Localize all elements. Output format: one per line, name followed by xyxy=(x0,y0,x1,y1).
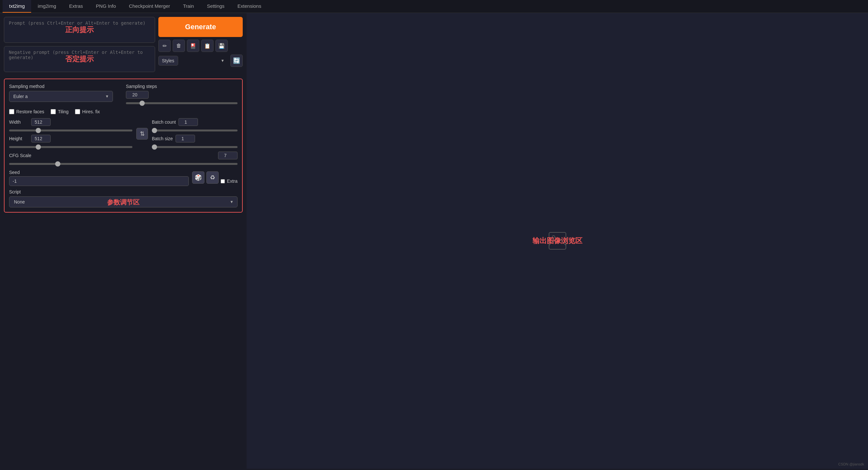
tab-settings[interactable]: Settings xyxy=(200,0,231,13)
trash-icon: 🗑 xyxy=(176,43,181,49)
tiling-checkbox[interactable]: Tiling xyxy=(51,109,68,114)
script-row: Script None xyxy=(9,189,238,207)
magic-icon: 🎴 xyxy=(190,43,196,49)
tab-png-info[interactable]: PNG Info xyxy=(90,0,123,13)
cfg-slider-row: CFG Scale xyxy=(9,152,238,159)
seed-label: Seed xyxy=(9,170,189,175)
params-box: Sampling method Euler a Sampling steps xyxy=(4,79,243,213)
extra-input[interactable] xyxy=(221,179,225,183)
sampling-steps-value[interactable] xyxy=(126,91,149,99)
sampling-method-select-wrapper: Euler a xyxy=(9,91,113,102)
height-label: Height xyxy=(9,136,29,141)
main-content: 正向提示 否定提示 Generate ✏ 🗑 xyxy=(0,13,868,469)
styles-select-wrapper: Styles xyxy=(158,56,228,65)
left-panel: 正向提示 否定提示 Generate ✏ 🗑 xyxy=(0,13,247,469)
toolbar-row: ✏ 🗑 🎴 📋 💾 xyxy=(158,39,243,52)
height-slider-row: Height xyxy=(9,135,132,143)
script-select-wrapper: None xyxy=(9,196,238,207)
tab-img2img[interactable]: img2img xyxy=(31,0,63,13)
sampling-steps-col: Sampling steps xyxy=(126,84,238,105)
cfg-row: CFG Scale xyxy=(9,152,238,166)
seed-input[interactable] xyxy=(9,176,189,186)
sampling-method-select[interactable]: Euler a xyxy=(9,91,113,102)
tab-bar: txt2img img2img Extras PNG Info Checkpoi… xyxy=(0,0,868,13)
restore-faces-checkbox[interactable]: Restore faces xyxy=(9,109,44,114)
tab-extensions[interactable]: Extensions xyxy=(231,0,268,13)
actions-col: Generate ✏ 🗑 🎴 📋 💾 xyxy=(158,17,243,72)
batch-col: Batch count Batch size xyxy=(152,118,238,149)
cfg-scale-slider[interactable] xyxy=(9,163,238,165)
batch-size-value[interactable] xyxy=(176,135,195,143)
sampling-steps-slider[interactable] xyxy=(126,102,238,104)
prompts-col: 正向提示 否定提示 xyxy=(4,17,155,72)
tab-train[interactable]: Train xyxy=(177,0,200,13)
hires-fix-label: Hires. fix xyxy=(82,109,100,114)
extra-checkbox[interactable]: Extra xyxy=(221,178,238,184)
negative-prompt-input[interactable] xyxy=(9,50,150,67)
batch-size-slider-row: Batch size xyxy=(152,135,238,143)
width-slider[interactable] xyxy=(9,129,132,131)
swap-btn-col: ⇅ xyxy=(136,118,149,140)
checkboxes-row: Restore faces Tiling Hires. fix xyxy=(9,109,238,114)
tab-extras[interactable]: Extras xyxy=(63,0,90,13)
refresh-icon: 🔄 xyxy=(233,57,240,64)
tab-txt2img[interactable]: txt2img xyxy=(3,0,31,13)
top-prompt-area: 正向提示 否定提示 Generate ✏ 🗑 xyxy=(4,17,243,72)
script-select[interactable]: None xyxy=(9,196,238,207)
seed-recycle-button[interactable]: ♻ xyxy=(206,171,219,184)
swap-icon: ⇅ xyxy=(140,130,145,137)
height-value[interactable] xyxy=(31,135,51,143)
tab-checkpoint-merger[interactable]: Checkpoint Merger xyxy=(122,0,177,13)
extra-label: Extra xyxy=(227,178,238,184)
batch-size-slider[interactable] xyxy=(152,146,238,148)
seed-col: Seed xyxy=(9,170,189,186)
styles-select[interactable]: Styles xyxy=(158,56,178,65)
styles-row: Styles 🔄 xyxy=(158,55,243,67)
negative-prompt-box: 否定提示 xyxy=(4,46,155,72)
recycle-icon: ♻ xyxy=(210,174,215,181)
sampling-steps-slider-row xyxy=(126,91,238,99)
right-panel: 输出图像浏览区 CSDN @jiansdk xyxy=(247,13,868,469)
seed-row: Seed 🎲 ♻ Extra xyxy=(9,170,238,186)
output-area-label: 输出图像浏览区 xyxy=(532,236,583,246)
sampling-row: Sampling method Euler a Sampling steps xyxy=(9,84,238,105)
swap-dimensions-button[interactable]: ⇅ xyxy=(136,128,148,140)
pencil-button[interactable]: ✏ xyxy=(158,39,171,52)
width-label: Width xyxy=(9,119,29,125)
dice-icon: 🎲 xyxy=(195,174,202,181)
tiling-input[interactable] xyxy=(51,109,56,114)
wh-batch-row: Width Height ⇅ xyxy=(9,118,238,149)
batch-count-label: Batch count xyxy=(152,119,176,125)
batch-count-slider-row: Batch count xyxy=(152,118,238,126)
width-slider-row: Width xyxy=(9,118,132,126)
width-value[interactable] xyxy=(31,118,51,126)
tiling-label: Tiling xyxy=(58,109,68,114)
cfg-scale-value[interactable] xyxy=(218,152,238,159)
save-button[interactable]: 💾 xyxy=(215,39,228,52)
styles-refresh-button[interactable]: 🔄 xyxy=(230,55,243,67)
magic-button[interactable]: 🎴 xyxy=(187,39,199,52)
hires-fix-input[interactable] xyxy=(75,109,80,114)
watermark: CSDN @jiansdk xyxy=(838,462,864,466)
save-icon: 💾 xyxy=(218,43,225,49)
restore-faces-input[interactable] xyxy=(9,109,14,114)
hires-fix-checkbox[interactable]: Hires. fix xyxy=(75,109,100,114)
batch-count-slider[interactable] xyxy=(152,129,238,131)
positive-prompt-box: 正向提示 xyxy=(4,17,155,43)
seed-actions: 🎲 ♻ Extra xyxy=(192,171,238,184)
height-slider[interactable] xyxy=(9,146,132,148)
cfg-scale-label: CFG Scale xyxy=(9,153,31,158)
positive-prompt-input[interactable] xyxy=(9,21,150,38)
wh-col: Width Height xyxy=(9,118,132,149)
batch-count-value[interactable] xyxy=(179,118,198,126)
clipboard-button[interactable]: 📋 xyxy=(201,39,214,52)
batch-size-label: Batch size xyxy=(152,136,173,141)
pencil-icon: ✏ xyxy=(162,43,167,49)
seed-random-button[interactable]: 🎲 xyxy=(192,171,205,184)
trash-button[interactable]: 🗑 xyxy=(173,39,185,52)
sampling-method-col: Sampling method Euler a xyxy=(9,84,113,102)
sampling-steps-label: Sampling steps xyxy=(126,84,238,89)
generate-button[interactable]: Generate xyxy=(158,17,243,37)
sampling-method-label: Sampling method xyxy=(9,84,113,89)
script-label: Script xyxy=(9,189,238,195)
